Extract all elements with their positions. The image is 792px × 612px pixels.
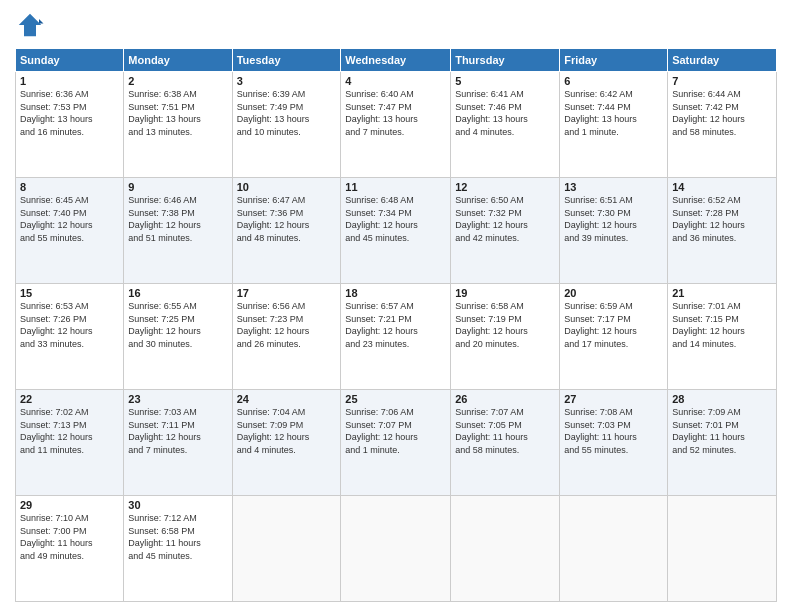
day-info: Sunrise: 6:41 AM Sunset: 7:46 PM Dayligh… xyxy=(455,88,555,138)
day-number: 7 xyxy=(672,75,772,87)
day-number: 3 xyxy=(237,75,337,87)
calendar-cell: 6Sunrise: 6:42 AM Sunset: 7:44 PM Daylig… xyxy=(560,72,668,178)
day-info: Sunrise: 6:47 AM Sunset: 7:36 PM Dayligh… xyxy=(237,194,337,244)
day-number: 28 xyxy=(672,393,772,405)
day-info: Sunrise: 6:46 AM Sunset: 7:38 PM Dayligh… xyxy=(128,194,227,244)
calendar-cell xyxy=(560,496,668,602)
calendar-cell: 11Sunrise: 6:48 AM Sunset: 7:34 PM Dayli… xyxy=(341,178,451,284)
day-info: Sunrise: 6:38 AM Sunset: 7:51 PM Dayligh… xyxy=(128,88,227,138)
weekday-header-wednesday: Wednesday xyxy=(341,49,451,72)
day-number: 24 xyxy=(237,393,337,405)
calendar-cell: 23Sunrise: 7:03 AM Sunset: 7:11 PM Dayli… xyxy=(124,390,232,496)
weekday-header-monday: Monday xyxy=(124,49,232,72)
calendar-week-row: 15Sunrise: 6:53 AM Sunset: 7:26 PM Dayli… xyxy=(16,284,777,390)
day-number: 15 xyxy=(20,287,119,299)
calendar-table: SundayMondayTuesdayWednesdayThursdayFrid… xyxy=(15,48,777,602)
day-info: Sunrise: 6:39 AM Sunset: 7:49 PM Dayligh… xyxy=(237,88,337,138)
day-number: 21 xyxy=(672,287,772,299)
day-number: 22 xyxy=(20,393,119,405)
calendar-cell: 20Sunrise: 6:59 AM Sunset: 7:17 PM Dayli… xyxy=(560,284,668,390)
day-number: 5 xyxy=(455,75,555,87)
day-info: Sunrise: 7:06 AM Sunset: 7:07 PM Dayligh… xyxy=(345,406,446,456)
day-info: Sunrise: 6:50 AM Sunset: 7:32 PM Dayligh… xyxy=(455,194,555,244)
calendar-cell: 22Sunrise: 7:02 AM Sunset: 7:13 PM Dayli… xyxy=(16,390,124,496)
calendar-cell: 27Sunrise: 7:08 AM Sunset: 7:03 PM Dayli… xyxy=(560,390,668,496)
day-number: 20 xyxy=(564,287,663,299)
day-number: 6 xyxy=(564,75,663,87)
day-info: Sunrise: 6:59 AM Sunset: 7:17 PM Dayligh… xyxy=(564,300,663,350)
day-info: Sunrise: 6:51 AM Sunset: 7:30 PM Dayligh… xyxy=(564,194,663,244)
day-number: 13 xyxy=(564,181,663,193)
day-number: 29 xyxy=(20,499,119,511)
day-number: 12 xyxy=(455,181,555,193)
day-number: 10 xyxy=(237,181,337,193)
day-info: Sunrise: 6:53 AM Sunset: 7:26 PM Dayligh… xyxy=(20,300,119,350)
day-number: 26 xyxy=(455,393,555,405)
calendar-cell: 25Sunrise: 7:06 AM Sunset: 7:07 PM Dayli… xyxy=(341,390,451,496)
calendar-week-row: 1Sunrise: 6:36 AM Sunset: 7:53 PM Daylig… xyxy=(16,72,777,178)
calendar-cell: 9Sunrise: 6:46 AM Sunset: 7:38 PM Daylig… xyxy=(124,178,232,284)
calendar-week-row: 22Sunrise: 7:02 AM Sunset: 7:13 PM Dayli… xyxy=(16,390,777,496)
day-info: Sunrise: 7:02 AM Sunset: 7:13 PM Dayligh… xyxy=(20,406,119,456)
day-number: 17 xyxy=(237,287,337,299)
calendar-cell: 30Sunrise: 7:12 AM Sunset: 6:58 PM Dayli… xyxy=(124,496,232,602)
calendar-cell: 21Sunrise: 7:01 AM Sunset: 7:15 PM Dayli… xyxy=(668,284,777,390)
day-number: 27 xyxy=(564,393,663,405)
day-info: Sunrise: 7:07 AM Sunset: 7:05 PM Dayligh… xyxy=(455,406,555,456)
day-info: Sunrise: 6:52 AM Sunset: 7:28 PM Dayligh… xyxy=(672,194,772,244)
calendar-cell: 19Sunrise: 6:58 AM Sunset: 7:19 PM Dayli… xyxy=(451,284,560,390)
day-info: Sunrise: 7:04 AM Sunset: 7:09 PM Dayligh… xyxy=(237,406,337,456)
weekday-header-friday: Friday xyxy=(560,49,668,72)
calendar-cell: 10Sunrise: 6:47 AM Sunset: 7:36 PM Dayli… xyxy=(232,178,341,284)
day-info: Sunrise: 7:12 AM Sunset: 6:58 PM Dayligh… xyxy=(128,512,227,562)
day-number: 1 xyxy=(20,75,119,87)
day-info: Sunrise: 6:36 AM Sunset: 7:53 PM Dayligh… xyxy=(20,88,119,138)
weekday-header-row: SundayMondayTuesdayWednesdayThursdayFrid… xyxy=(16,49,777,72)
day-number: 2 xyxy=(128,75,227,87)
calendar-cell: 4Sunrise: 6:40 AM Sunset: 7:47 PM Daylig… xyxy=(341,72,451,178)
svg-marker-0 xyxy=(19,14,42,37)
calendar-cell: 29Sunrise: 7:10 AM Sunset: 7:00 PM Dayli… xyxy=(16,496,124,602)
logo xyxy=(15,10,49,40)
logo-icon xyxy=(15,10,45,40)
calendar-cell xyxy=(341,496,451,602)
day-number: 23 xyxy=(128,393,227,405)
page-header xyxy=(15,10,777,40)
weekday-header-sunday: Sunday xyxy=(16,49,124,72)
calendar-cell: 24Sunrise: 7:04 AM Sunset: 7:09 PM Dayli… xyxy=(232,390,341,496)
calendar-cell: 13Sunrise: 6:51 AM Sunset: 7:30 PM Dayli… xyxy=(560,178,668,284)
calendar-cell: 12Sunrise: 6:50 AM Sunset: 7:32 PM Dayli… xyxy=(451,178,560,284)
calendar-cell: 8Sunrise: 6:45 AM Sunset: 7:40 PM Daylig… xyxy=(16,178,124,284)
calendar-week-row: 8Sunrise: 6:45 AM Sunset: 7:40 PM Daylig… xyxy=(16,178,777,284)
day-info: Sunrise: 6:42 AM Sunset: 7:44 PM Dayligh… xyxy=(564,88,663,138)
weekday-header-thursday: Thursday xyxy=(451,49,560,72)
day-number: 11 xyxy=(345,181,446,193)
day-number: 30 xyxy=(128,499,227,511)
day-info: Sunrise: 7:09 AM Sunset: 7:01 PM Dayligh… xyxy=(672,406,772,456)
calendar-cell: 17Sunrise: 6:56 AM Sunset: 7:23 PM Dayli… xyxy=(232,284,341,390)
calendar-cell xyxy=(668,496,777,602)
calendar-cell: 15Sunrise: 6:53 AM Sunset: 7:26 PM Dayli… xyxy=(16,284,124,390)
day-number: 18 xyxy=(345,287,446,299)
calendar-cell: 28Sunrise: 7:09 AM Sunset: 7:01 PM Dayli… xyxy=(668,390,777,496)
calendar-cell: 18Sunrise: 6:57 AM Sunset: 7:21 PM Dayli… xyxy=(341,284,451,390)
calendar-cell: 16Sunrise: 6:55 AM Sunset: 7:25 PM Dayli… xyxy=(124,284,232,390)
day-info: Sunrise: 6:45 AM Sunset: 7:40 PM Dayligh… xyxy=(20,194,119,244)
day-info: Sunrise: 7:08 AM Sunset: 7:03 PM Dayligh… xyxy=(564,406,663,456)
calendar-cell: 14Sunrise: 6:52 AM Sunset: 7:28 PM Dayli… xyxy=(668,178,777,284)
calendar-cell xyxy=(232,496,341,602)
day-info: Sunrise: 7:03 AM Sunset: 7:11 PM Dayligh… xyxy=(128,406,227,456)
day-info: Sunrise: 6:48 AM Sunset: 7:34 PM Dayligh… xyxy=(345,194,446,244)
day-number: 8 xyxy=(20,181,119,193)
calendar-cell: 7Sunrise: 6:44 AM Sunset: 7:42 PM Daylig… xyxy=(668,72,777,178)
weekday-header-tuesday: Tuesday xyxy=(232,49,341,72)
day-info: Sunrise: 7:01 AM Sunset: 7:15 PM Dayligh… xyxy=(672,300,772,350)
calendar-cell: 1Sunrise: 6:36 AM Sunset: 7:53 PM Daylig… xyxy=(16,72,124,178)
calendar-cell: 5Sunrise: 6:41 AM Sunset: 7:46 PM Daylig… xyxy=(451,72,560,178)
calendar-cell: 3Sunrise: 6:39 AM Sunset: 7:49 PM Daylig… xyxy=(232,72,341,178)
calendar-cell: 26Sunrise: 7:07 AM Sunset: 7:05 PM Dayli… xyxy=(451,390,560,496)
day-number: 9 xyxy=(128,181,227,193)
weekday-header-saturday: Saturday xyxy=(668,49,777,72)
calendar-week-row: 29Sunrise: 7:10 AM Sunset: 7:00 PM Dayli… xyxy=(16,496,777,602)
day-info: Sunrise: 6:44 AM Sunset: 7:42 PM Dayligh… xyxy=(672,88,772,138)
